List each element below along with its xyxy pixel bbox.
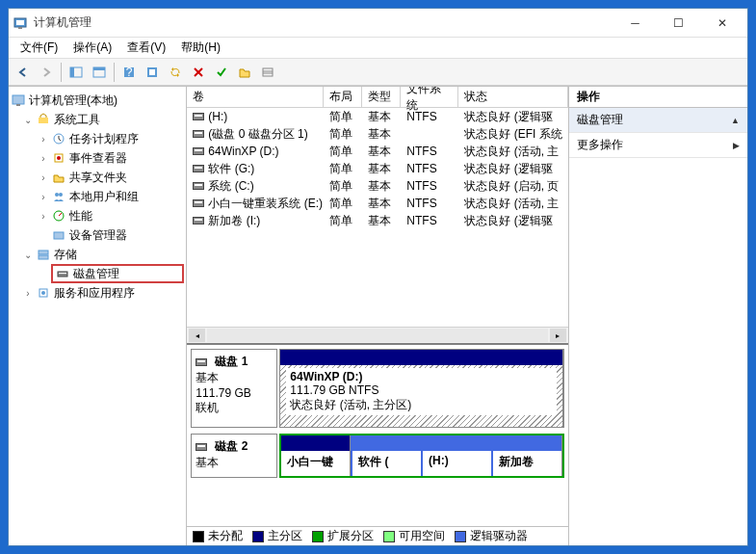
collapse-icon[interactable]: ⌄ [20, 115, 36, 125]
properties-button[interactable] [89, 62, 110, 83]
check-icon[interactable] [211, 62, 232, 83]
menu-action[interactable]: 操作(A) [65, 38, 119, 58]
disk-icon [196, 358, 207, 366]
svg-rect-11 [263, 68, 273, 76]
maximize-button[interactable]: ☐ [657, 10, 700, 37]
tree-performance[interactable]: ›性能 [11, 206, 184, 225]
computer-management-window: 计算机管理 ─ ☐ ✕ 文件(F) 操作(A) 查看(V) 帮助(H) ? 计算… [8, 8, 748, 546]
partition-item[interactable]: 小白一键 [281, 435, 351, 476]
actions-more[interactable]: 更多操作 ▶ [569, 133, 747, 158]
help-button[interactable]: ? [118, 62, 140, 83]
col-fs[interactable]: 文件系统 [401, 87, 458, 107]
actions-section-diskmgmt[interactable]: 磁盘管理 ▲ [569, 108, 747, 133]
tree-local-users[interactable]: ›本地用户和组 [11, 187, 184, 206]
volume-icon [193, 165, 204, 172]
view-button[interactable] [142, 62, 163, 83]
svg-point-19 [57, 156, 61, 160]
folder-icon[interactable] [234, 62, 255, 83]
list-icon[interactable] [257, 62, 278, 83]
volume-icon [193, 182, 204, 190]
legend: 未分配 主分区 扩展分区 可用空间 逻辑驱动器 [187, 526, 567, 545]
volume-icon [193, 113, 204, 120]
menu-help[interactable]: 帮助(H) [173, 38, 228, 58]
col-layout[interactable]: 布局 [324, 87, 362, 107]
svg-rect-1 [16, 20, 24, 25]
disk-icon [196, 443, 207, 451]
disk1-info[interactable]: 磁盘 1 基本 111.79 GB 联机 [191, 349, 277, 428]
svg-rect-4 [70, 67, 74, 77]
tree-root[interactable]: 计算机管理(本地) [11, 91, 184, 110]
partition-item[interactable]: 新加卷 [493, 435, 562, 476]
main-panel: 卷 布局 类型 文件系统 状态 (H:)简单基本NTFS状态良好 (逻辑驱(磁盘… [187, 87, 568, 545]
tree-storage[interactable]: ⌄存储 [11, 245, 184, 264]
actions-header: 操作 [569, 87, 747, 108]
col-type[interactable]: 类型 [362, 87, 401, 107]
disk-row-2: 磁盘 2 基本 小白一键 软件 ( (H:) 新加卷 [191, 434, 563, 478]
horizontal-scrollbar[interactable]: ◂ ▸ [187, 327, 567, 343]
minimize-button[interactable]: ─ [613, 10, 657, 37]
expand-icon[interactable]: › [36, 211, 51, 222]
disk2-info[interactable]: 磁盘 2 基本 [191, 434, 277, 478]
collapse-icon[interactable]: ⌄ [20, 250, 36, 260]
menu-bar: 文件(F) 操作(A) 查看(V) 帮助(H) [9, 38, 747, 59]
expand-icon[interactable]: › [36, 172, 51, 183]
volume-list[interactable]: 卷 布局 类型 文件系统 状态 (H:)简单基本NTFS状态良好 (逻辑驱(磁盘… [187, 87, 567, 327]
tree-services-apps[interactable]: ›服务和应用程序 [11, 283, 184, 303]
menu-file[interactable]: 文件(F) [13, 38, 65, 58]
app-icon [13, 15, 28, 31]
tree-event-viewer[interactable]: ›事件查看器 [11, 148, 184, 168]
volume-list-header: 卷 布局 类型 文件系统 状态 [187, 87, 567, 108]
toolbar: ? [9, 59, 747, 86]
volume-icon [193, 130, 204, 138]
scroll-right-button[interactable]: ▸ [550, 329, 566, 342]
partition-64winxp[interactable]: 64WinXP (D:) 111.79 GB NTFS 状态良好 (活动, 主分… [280, 350, 562, 427]
close-button[interactable]: ✕ [700, 10, 743, 37]
scroll-left-button[interactable]: ◂ [189, 329, 205, 342]
expand-icon[interactable]: › [36, 192, 51, 202]
volume-row[interactable]: 64WinXP (D:)简单基本NTFS状态良好 (活动, 主 [187, 143, 567, 160]
volume-row[interactable]: 软件 (G:)简单基本NTFS状态良好 (逻辑驱 [187, 160, 567, 177]
refresh-icon[interactable] [165, 62, 186, 83]
expand-icon[interactable]: › [20, 288, 36, 299]
tree-task-scheduler[interactable]: ›任务计划程序 [11, 129, 184, 148]
legend-extended-icon [312, 531, 324, 542]
legend-free-icon [383, 531, 395, 542]
svg-rect-24 [39, 251, 48, 254]
svg-rect-10 [149, 69, 155, 75]
volume-row[interactable]: (H:)简单基本NTFS状态良好 (逻辑驱 [187, 108, 567, 125]
svg-text:?: ? [126, 66, 133, 79]
navigation-tree[interactable]: 计算机管理(本地) ⌄ 系统工具 ›任务计划程序 ›事件查看器 ›共享文件夹 ›… [9, 87, 187, 545]
volume-icon [193, 217, 204, 224]
volume-row[interactable]: (磁盘 0 磁盘分区 1)简单基本状态良好 (EFI 系统 [187, 125, 567, 143]
col-volume[interactable]: 卷 [187, 87, 324, 107]
volume-row[interactable]: 小白一键重装系统 (E:)简单基本NTFS状态良好 (活动, 主 [187, 195, 567, 212]
svg-rect-2 [18, 27, 22, 29]
expand-icon[interactable]: › [36, 134, 51, 145]
tree-system-tools[interactable]: ⌄ 系统工具 [11, 110, 184, 129]
forward-button[interactable] [36, 62, 57, 83]
col-status[interactable]: 状态 [458, 87, 567, 107]
partition-item[interactable]: (H:) [423, 435, 493, 476]
expand-icon[interactable]: › [36, 153, 51, 164]
menu-view[interactable]: 查看(V) [119, 38, 173, 58]
back-button[interactable] [13, 62, 34, 83]
disk-graphical-view[interactable]: 磁盘 1 基本 111.79 GB 联机 64WinXP (D:) 111.79… [187, 343, 567, 526]
delete-icon[interactable] [188, 62, 209, 83]
partition-item[interactable]: 软件 ( [351, 435, 423, 476]
volume-row[interactable]: 系统 (C:)简单基本NTFS状态良好 (启动, 页 [187, 177, 567, 195]
actions-panel: 操作 磁盘管理 ▲ 更多操作 ▶ [569, 87, 747, 545]
svg-point-20 [55, 193, 59, 197]
volume-row[interactable]: 新加卷 (I:)简单基本NTFS状态良好 (逻辑驱 [187, 212, 567, 229]
tree-shared-folders[interactable]: ›共享文件夹 [11, 168, 184, 187]
svg-rect-16 [39, 118, 48, 123]
legend-primary-icon [252, 531, 264, 542]
show-hide-tree-button[interactable] [65, 62, 87, 83]
tree-disk-management[interactable]: 磁盘管理 [51, 264, 184, 283]
titlebar: 计算机管理 ─ ☐ ✕ [9, 9, 747, 38]
svg-rect-6 [93, 67, 105, 70]
svg-rect-15 [16, 104, 20, 106]
submenu-arrow-icon: ▶ [733, 141, 740, 150]
disk-row-1: 磁盘 1 基本 111.79 GB 联机 64WinXP (D:) 111.79… [191, 349, 563, 428]
tree-device-manager[interactable]: 设备管理器 [11, 225, 184, 245]
svg-rect-14 [13, 95, 24, 104]
